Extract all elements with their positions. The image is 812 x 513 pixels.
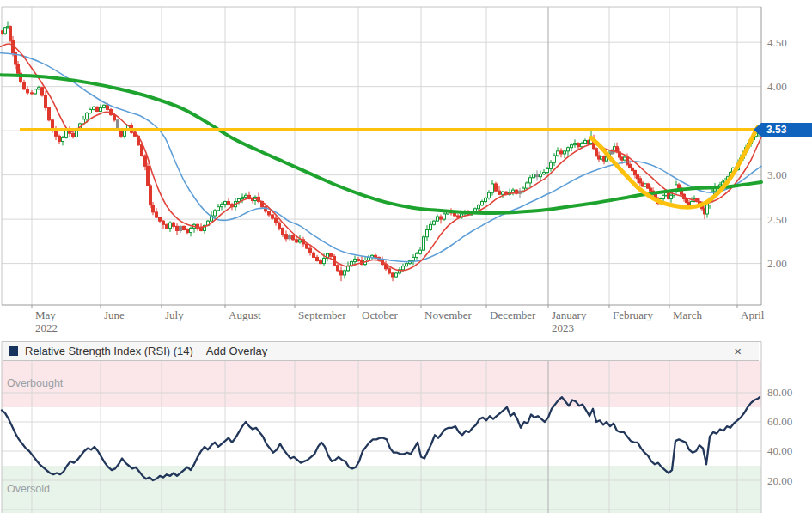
svg-text:3.00: 3.00: [767, 168, 787, 181]
candlestick-series: [2, 22, 762, 282]
svg-text:80.00: 80.00: [767, 386, 792, 399]
axis-labels: 4.504.003.002.502.0080.0060.0040.0020.00: [767, 36, 792, 487]
svg-text:September: September: [298, 308, 346, 321]
svg-text:4.50: 4.50: [767, 36, 787, 49]
svg-text:April: April: [741, 308, 765, 321]
charts-canvas: 4.504.003.002.502.0080.0060.0040.0020.00…: [0, 0, 812, 513]
overbought-label: Overbought: [7, 377, 63, 389]
svg-text:November: November: [424, 308, 473, 321]
stockchart-widget: 4.504.003.002.502.0080.0060.0040.0020.00…: [0, 0, 812, 513]
close-icon[interactable]: ×: [734, 345, 742, 357]
rsi-legend-swatch-icon: [9, 346, 18, 356]
svg-text:2.00: 2.00: [767, 257, 787, 270]
rsi-bands: [2, 361, 761, 513]
sma50-line: [0, 53, 761, 262]
add-overlay-button[interactable]: Add Overlay: [206, 345, 268, 357]
svg-text:4.00: 4.00: [767, 80, 787, 93]
svg-text:December: December: [490, 308, 536, 321]
svg-text:40.00: 40.00: [767, 444, 792, 457]
month-axis: May2022JuneJulyAugustSeptemberOctoberNov…: [32, 305, 765, 334]
svg-text:March: March: [673, 308, 702, 321]
rsi-panel-header: Relative Strength Index (RSI) (14) Add O…: [3, 342, 759, 361]
svg-text:June: June: [104, 308, 125, 321]
svg-text:2022: 2022: [35, 321, 58, 334]
svg-text:August: August: [229, 308, 261, 321]
svg-text:February: February: [613, 308, 653, 321]
rsi-panel-title: Relative Strength Index (RSI) (14): [25, 345, 193, 357]
svg-text:20.00: 20.00: [767, 474, 792, 487]
oversold-label: Oversold: [7, 483, 50, 495]
ema20-line: [0, 44, 761, 271]
last-price-tag-arrow-icon: [754, 123, 761, 137]
svg-text:60.00: 60.00: [767, 415, 792, 428]
svg-text:2.50: 2.50: [767, 213, 787, 226]
drawn-annotations: [20, 127, 761, 207]
svg-text:January: January: [552, 308, 587, 321]
svg-text:July: July: [165, 308, 184, 321]
last-price-tag: 3.53: [761, 123, 812, 137]
svg-text:May: May: [35, 308, 56, 321]
svg-text:2023: 2023: [552, 321, 574, 334]
svg-text:October: October: [362, 308, 399, 321]
